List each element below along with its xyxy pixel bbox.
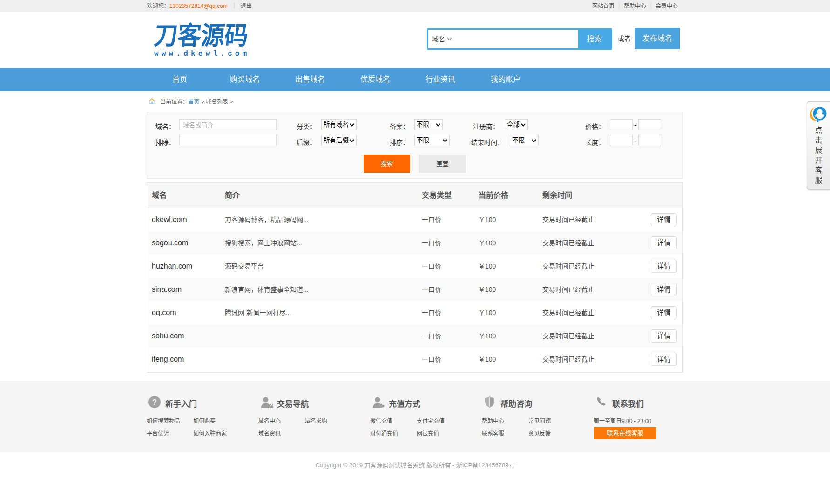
svg-text:¥: ¥ — [270, 403, 273, 409]
svg-text:?: ? — [152, 398, 157, 407]
